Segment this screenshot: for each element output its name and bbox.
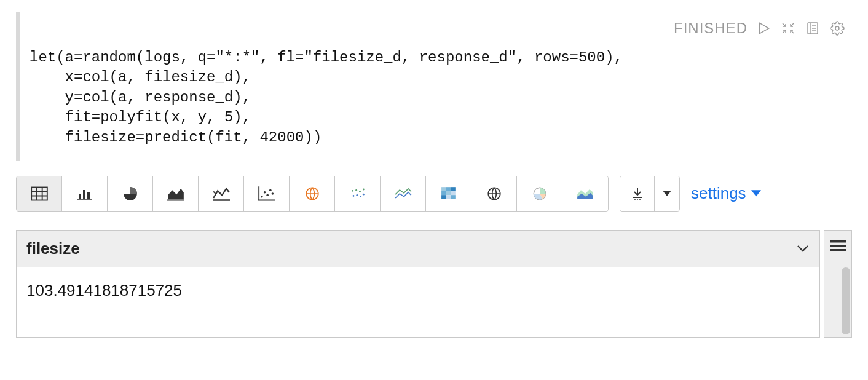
hamburger-icon — [830, 239, 846, 253]
svg-point-33 — [362, 189, 364, 191]
svg-rect-49 — [633, 197, 642, 198]
table-header[interactable]: filesize — [17, 231, 819, 267]
heatmap-icon[interactable] — [426, 176, 471, 211]
collapse-icon[interactable] — [779, 20, 797, 37]
bar-chart-icon[interactable] — [62, 176, 108, 211]
run-icon[interactable] — [755, 20, 772, 37]
result-table: filesize 103.49141818715725 — [16, 230, 820, 338]
line-chart-icon[interactable] — [199, 176, 244, 211]
svg-rect-38 — [441, 187, 446, 191]
svg-point-22 — [261, 196, 263, 198]
svg-rect-40 — [451, 187, 456, 191]
svg-rect-55 — [830, 240, 846, 243]
svg-rect-42 — [446, 191, 451, 196]
map-marker-icon[interactable] — [290, 176, 335, 211]
svg-marker-54 — [751, 190, 761, 196]
table-icon[interactable] — [17, 176, 62, 211]
globe-icon[interactable] — [471, 176, 517, 211]
chevron-down-icon — [751, 190, 761, 197]
svg-rect-17 — [83, 190, 85, 199]
svg-rect-43 — [451, 191, 456, 196]
result-area: filesize 103.49141818715725 — [16, 230, 852, 338]
gear-icon[interactable] — [829, 20, 846, 37]
svg-point-35 — [356, 194, 358, 196]
area-chart-icon[interactable] — [153, 176, 199, 211]
svg-point-24 — [266, 194, 269, 197]
svg-marker-53 — [663, 191, 671, 196]
svg-rect-56 — [830, 245, 846, 247]
download-dropdown-icon[interactable] — [655, 176, 679, 211]
svg-point-10 — [835, 26, 839, 30]
svg-rect-18 — [87, 192, 90, 199]
column-header: filesize — [26, 239, 80, 258]
cell-toolbar: FINISHED — [674, 20, 846, 37]
svg-rect-44 — [441, 195, 446, 199]
code-editor[interactable]: let(a=random(logs, q="*:*", fl="filesize… — [30, 48, 845, 148]
svg-line-2 — [791, 30, 794, 33]
svg-point-52 — [639, 199, 641, 200]
svg-point-31 — [355, 189, 357, 191]
svg-rect-39 — [446, 187, 451, 191]
settings-label: settings — [691, 184, 746, 203]
area-outline-icon[interactable] — [562, 176, 608, 211]
viz-buttons — [16, 176, 609, 212]
svg-point-25 — [269, 189, 272, 191]
pie-outline-icon[interactable] — [517, 176, 562, 211]
svg-point-26 — [271, 192, 274, 195]
side-menu[interactable] — [824, 230, 852, 338]
svg-point-50 — [634, 199, 636, 200]
svg-rect-46 — [451, 195, 456, 199]
multiline-chart-icon[interactable] — [381, 176, 426, 211]
table-row: 103.49141818715725 — [17, 267, 819, 337]
svg-point-34 — [352, 195, 354, 197]
status-label: FINISHED — [674, 20, 748, 37]
svg-rect-11 — [31, 187, 47, 200]
svg-point-36 — [360, 196, 361, 197]
download-icon[interactable] — [620, 176, 655, 211]
chevron-down-icon[interactable] — [796, 244, 810, 253]
pie-chart-icon[interactable] — [108, 176, 153, 211]
scatter-chart-icon[interactable] — [244, 176, 290, 211]
scrollbar-thumb[interactable] — [842, 267, 850, 334]
svg-point-37 — [362, 194, 364, 196]
svg-point-32 — [359, 191, 361, 192]
download-group — [620, 176, 680, 212]
notebook-icon[interactable] — [804, 20, 821, 37]
svg-marker-0 — [760, 23, 769, 33]
bubble-chart-icon[interactable] — [335, 176, 381, 211]
svg-rect-57 — [830, 249, 846, 251]
svg-rect-16 — [79, 194, 81, 199]
svg-point-51 — [637, 199, 638, 200]
svg-rect-45 — [446, 195, 451, 199]
svg-line-4 — [783, 30, 786, 33]
svg-point-23 — [263, 191, 266, 194]
svg-line-1 — [783, 23, 786, 26]
svg-line-3 — [791, 23, 794, 26]
svg-point-30 — [352, 190, 353, 192]
svg-rect-41 — [441, 191, 446, 196]
settings-link[interactable]: settings — [691, 184, 761, 203]
viz-toolbar: settings — [16, 176, 852, 212]
code-cell: FINISHED let(a=random(logs, q="*:* — [16, 12, 852, 161]
